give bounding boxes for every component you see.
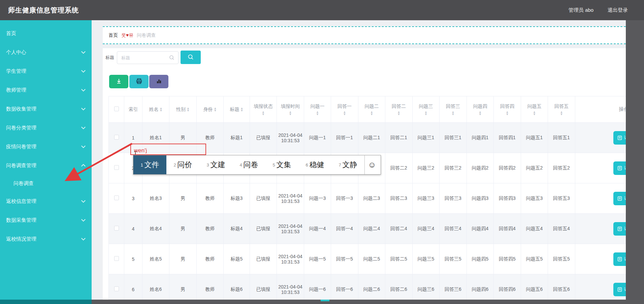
- sidebar-item-10[interactable]: 返校信息管理: [0, 192, 92, 211]
- logout-link[interactable]: 退出登录: [608, 7, 628, 13]
- sort-caret-icon[interactable]: ▲▼: [278, 111, 302, 116]
- sort-caret-icon[interactable]: ▲▼: [214, 107, 217, 112]
- table-cell: 问题四4: [467, 214, 494, 244]
- table-cell: 回答二4: [385, 214, 413, 244]
- sort-caret-icon[interactable]: ▲▼: [387, 111, 411, 116]
- row-checkbox[interactable]: [114, 135, 119, 140]
- column-header-17[interactable]: 回答五▲▼: [548, 96, 575, 123]
- sort-caret-icon[interactable]: ▲▼: [468, 111, 492, 116]
- sidebar-item-7[interactable]: 疫情问卷管理: [0, 137, 92, 156]
- column-header-6[interactable]: 填报状态▲▼: [250, 96, 277, 123]
- sidebar-item-1[interactable]: 首页: [0, 24, 92, 43]
- candidate-number: 5: [272, 162, 275, 168]
- column-header-12[interactable]: 问题三▲▼: [413, 96, 440, 123]
- detail-button[interactable]: 详情: [613, 131, 626, 145]
- row-checkbox[interactable]: [114, 165, 119, 170]
- table-cell: 回答一5: [331, 244, 358, 274]
- sort-caret-icon[interactable]: ▲▼: [549, 111, 574, 116]
- column-header-label: 填报时间: [281, 103, 300, 109]
- ime-candidate-4[interactable]: 4问卷: [232, 155, 265, 174]
- column-header-5[interactable]: 标题▲▼: [224, 96, 250, 123]
- sort-caret-icon[interactable]: ▲▼: [160, 107, 163, 112]
- table-cell: 姓名5: [142, 244, 169, 274]
- print-button[interactable]: [129, 75, 149, 88]
- sidebar-item-label: 数据收集管理: [6, 106, 36, 112]
- export-download-button[interactable]: [109, 75, 128, 88]
- chevron-down-icon: [81, 217, 86, 222]
- sort-caret-icon[interactable]: ▲▼: [332, 111, 357, 116]
- table-cell: 问题四3: [467, 183, 494, 214]
- table-cell: 回答四1: [494, 123, 521, 153]
- row-checkbox[interactable]: [114, 195, 119, 200]
- column-header-8[interactable]: 问题一▲▼: [304, 96, 331, 123]
- sort-caret-icon[interactable]: ▲▼: [240, 107, 244, 112]
- select-all-checkbox[interactable]: [114, 107, 119, 111]
- sort-caret-icon[interactable]: ▲▼: [522, 111, 546, 116]
- ime-candidate-2[interactable]: 2问价: [166, 155, 199, 174]
- sort-caret-icon[interactable]: ▲▼: [441, 111, 465, 116]
- breadcrumb-home[interactable]: 首页: [108, 32, 118, 38]
- column-header-10[interactable]: 问题二▲▼: [358, 96, 385, 123]
- detail-button[interactable]: 详情: [613, 222, 626, 236]
- document-icon: [617, 196, 622, 201]
- table-row: 6姓名6男教师标题6已填报2021-04-04 10:31:53问题一6回答一6…: [109, 274, 626, 300]
- column-header-13[interactable]: 回答三▲▼: [440, 96, 467, 123]
- column-header-1: 索引: [124, 96, 142, 123]
- current-user[interactable]: 管理员 abo: [569, 7, 593, 13]
- row-checkbox[interactable]: [114, 226, 119, 231]
- table-cell: 男: [169, 214, 197, 244]
- table-cell: 问题四2: [467, 153, 494, 183]
- sidebar-item-2[interactable]: 个人中心: [0, 43, 92, 62]
- table-cell: 1: [124, 123, 142, 153]
- sidebar-item-8[interactable]: 问卷调查管理: [0, 156, 92, 175]
- sort-caret-icon[interactable]: ▲▼: [251, 111, 275, 116]
- ime-candidate-5[interactable]: 5文集: [265, 155, 298, 174]
- table-cell: 姓名6: [142, 274, 169, 300]
- column-header-9[interactable]: 回答一▲▼: [331, 96, 358, 123]
- ime-candidate-7[interactable]: 7文静: [331, 155, 364, 174]
- sidebar-item-4[interactable]: 教师管理: [0, 81, 92, 99]
- sidebar-item-11[interactable]: 数据采集管理: [0, 211, 92, 230]
- sidebar-item-6[interactable]: 问卷分类管理: [0, 118, 92, 137]
- sort-caret-icon[interactable]: ▲▼: [305, 111, 329, 116]
- column-header-15[interactable]: 回答四▲▼: [494, 96, 521, 123]
- column-header-16[interactable]: 问题五▲▼: [521, 96, 548, 123]
- column-header-label: 姓名: [149, 107, 159, 112]
- detail-button[interactable]: 详情: [613, 161, 626, 175]
- ime-candidate-3[interactable]: 3文建: [199, 155, 232, 174]
- table-cell: 标题5: [224, 244, 250, 274]
- column-header-7[interactable]: 填报时间▲▼: [277, 96, 304, 123]
- detail-button[interactable]: 详情: [613, 252, 626, 266]
- table-cell: 回答五6: [548, 274, 575, 300]
- ime-emoji-button[interactable]: ☺: [364, 155, 379, 174]
- ime-candidate-6[interactable]: 6稳健: [298, 155, 331, 174]
- row-checkbox[interactable]: [114, 256, 119, 261]
- column-header-label: 问题五: [527, 103, 542, 109]
- row-checkbox[interactable]: [114, 286, 119, 291]
- sort-caret-icon[interactable]: ▲▼: [495, 111, 519, 116]
- column-header-2[interactable]: 姓名▲▼: [142, 96, 169, 123]
- sidebar-item-9[interactable]: 问卷调查: [0, 175, 92, 192]
- sidebar-item-3[interactable]: 学生管理: [0, 62, 92, 81]
- row-select-cell: [109, 183, 124, 214]
- sort-caret-icon[interactable]: ▲▼: [414, 111, 438, 116]
- table-cell: 已填报: [250, 123, 277, 153]
- ime-candidate-1[interactable]: 1文件: [133, 155, 166, 174]
- detail-button[interactable]: 详情: [613, 192, 626, 205]
- sidebar-item-12[interactable]: 返校情况管理: [0, 230, 92, 248]
- sidebar-item-5[interactable]: 数据收集管理: [0, 99, 92, 118]
- table-cell: 问题一5: [304, 244, 331, 274]
- download-icon: [116, 78, 122, 85]
- column-header-14[interactable]: 问题四▲▼: [467, 96, 494, 123]
- column-header-4[interactable]: 身份▲▼: [197, 96, 224, 123]
- sort-caret-icon[interactable]: ▲▼: [187, 107, 190, 112]
- sort-caret-icon[interactable]: ▲▼: [360, 111, 384, 116]
- table-row: 3姓名3男教师标题3已填报2021-04-04 10:31:53问题一3回答一3…: [109, 183, 626, 214]
- row-action-cell: 详情: [575, 183, 626, 214]
- column-header-11[interactable]: 回答二▲▼: [385, 96, 413, 123]
- chevron-down-icon: [81, 106, 86, 111]
- search-button[interactable]: [181, 51, 201, 64]
- column-header-3[interactable]: 性别▲▼: [169, 96, 197, 123]
- detail-button[interactable]: 详情: [613, 283, 626, 296]
- chart-button[interactable]: [149, 75, 168, 88]
